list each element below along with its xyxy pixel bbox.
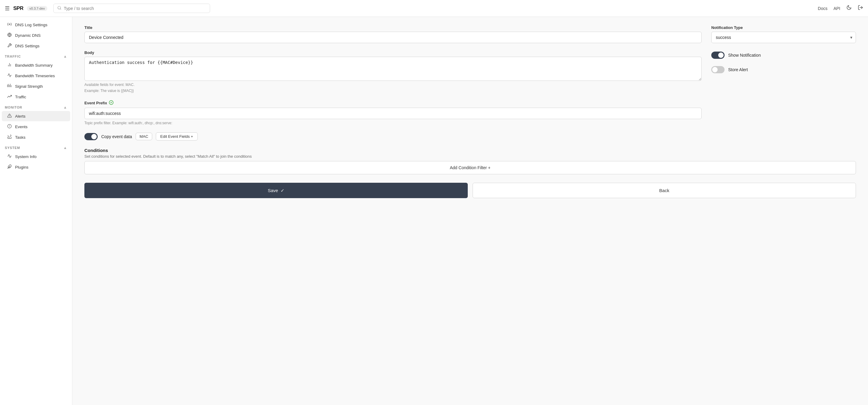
title-label: Title [84, 25, 702, 30]
back-button[interactable]: Back [472, 183, 856, 198]
system-chevron-icon[interactable]: ▲ [63, 146, 67, 150]
signal-strength-label: Signal Strength [15, 84, 43, 89]
sidebar-item-system-info[interactable]: System Info [2, 151, 70, 162]
dns-log-settings-icon [7, 22, 12, 27]
copy-event-data-slider [84, 133, 98, 140]
docs-link[interactable]: Docs [818, 6, 828, 11]
search-bar[interactable] [53, 4, 210, 13]
sidebar-item-bandwidth-timeseries[interactable]: Bandwidth Timeseries [2, 70, 70, 81]
search-icon [57, 6, 61, 11]
body-hint1: Available fields for event: MAC. [84, 83, 702, 87]
sidebar: DNS Log Settings Dynamic DNS DNS Setting… [0, 17, 72, 405]
api-link[interactable]: API [833, 6, 840, 11]
events-label: Events [15, 124, 27, 129]
app-logo: SPR [13, 5, 23, 11]
menu-icon[interactable]: ☰ [5, 5, 10, 12]
topnav: ☰ SPR v0.3.7-dev Docs API [0, 0, 868, 17]
svg-line-1 [60, 9, 61, 10]
store-alert-label: Store Alert [728, 67, 748, 72]
form-grid: Title Notification Type success info war… [84, 25, 856, 174]
topnav-right: Docs API [818, 5, 863, 12]
sidebar-item-alerts[interactable]: Alerts [2, 111, 70, 121]
event-prefix-right-spacer [711, 100, 856, 125]
signal-strength-icon [7, 84, 12, 89]
main-layout: DNS Log Settings Dynamic DNS DNS Setting… [0, 17, 868, 405]
show-notification-slider [711, 52, 724, 59]
main-content: Title Notification Type success info war… [72, 17, 868, 405]
event-prefix-hint: Topic prefix filter. Example: wifi:auth:… [84, 121, 702, 125]
app-version: v0.3.7-dev [27, 6, 47, 11]
traffic-chevron-icon[interactable]: ▲ [63, 54, 67, 58]
event-prefix-group: Event Prefix Topic prefix filter. Exampl… [84, 100, 702, 125]
title-input[interactable] [84, 32, 702, 43]
save-checkmark-icon: ✓ [281, 188, 284, 193]
store-alert-toggle[interactable] [711, 66, 724, 73]
sidebar-item-dynamic-dns[interactable]: Dynamic DNS [2, 30, 70, 40]
events-icon [7, 124, 12, 129]
show-notification-row: Show Notification [711, 50, 856, 60]
notification-type-select-wrapper: success info warning error ▾ [711, 32, 856, 43]
bandwidth-timeseries-icon [7, 73, 12, 79]
search-input[interactable] [64, 6, 206, 11]
copy-event-data-label: Copy event data [101, 134, 132, 139]
sidebar-item-traffic[interactable]: Traffic [2, 92, 70, 102]
bandwidth-timeseries-label: Bandwidth Timeseries [15, 74, 55, 78]
conditions-subtitle: Set conditions for selected event. Defau… [84, 154, 856, 158]
sidebar-item-dns-log-settings[interactable]: DNS Log Settings [2, 20, 70, 30]
sidebar-item-events[interactable]: Events [2, 121, 70, 132]
sidebar-item-bandwidth-summary[interactable]: Bandwidth Summary [2, 60, 70, 70]
notification-type-select[interactable]: success info warning error [711, 32, 856, 43]
dns-settings-label: DNS Settings [15, 44, 39, 48]
system-section-label: SYSTEM ▲ [0, 143, 72, 151]
show-notification-label: Show Notification [728, 53, 761, 58]
store-alert-row: Store Alert [711, 65, 856, 75]
edit-event-fields-button[interactable]: Edit Event Fields + [156, 133, 198, 141]
sidebar-item-plugins[interactable]: Plugins [2, 162, 70, 172]
tasks-icon [7, 135, 12, 140]
body-textarea[interactable]: Authentication success for {{MAC#Device}… [84, 57, 702, 81]
notification-type-group: Notification Type success info warning e… [711, 25, 856, 43]
dns-settings-icon [7, 43, 12, 49]
body-group: Body Authentication success for {{MAC#De… [84, 50, 702, 93]
store-alert-slider [711, 66, 724, 73]
copy-row-right-spacer [711, 133, 856, 141]
bandwidth-summary-label: Bandwidth Summary [15, 63, 53, 67]
title-group: Title [84, 25, 702, 43]
traffic-section-label: TRAFFIC ▲ [0, 51, 72, 60]
traffic-label: Traffic [15, 95, 26, 99]
save-button[interactable]: Save ✓ [84, 183, 468, 198]
plugins-label: Plugins [15, 165, 28, 170]
svg-point-3 [9, 24, 10, 25]
sidebar-item-tasks[interactable]: Tasks [2, 132, 70, 142]
event-prefix-check-icon [109, 100, 114, 106]
dns-log-settings-label: DNS Log Settings [15, 23, 47, 27]
add-condition-button[interactable]: Add Condition Filter + [84, 161, 856, 174]
conditions-title: Conditions [84, 148, 856, 153]
sidebar-item-signal-strength[interactable]: Signal Strength [2, 81, 70, 91]
event-prefix-input[interactable] [84, 108, 702, 119]
system-info-label: System Info [15, 154, 36, 159]
body-label: Body [84, 50, 702, 55]
bandwidth-summary-icon [7, 62, 12, 68]
dynamic-dns-icon [7, 33, 12, 38]
mac-tag[interactable]: MAC [135, 133, 152, 140]
alerts-icon [7, 113, 12, 119]
theme-toggle-icon[interactable] [846, 5, 852, 12]
monitor-chevron-icon[interactable]: ▲ [63, 105, 67, 110]
conditions-section: Conditions Set conditions for selected e… [84, 148, 856, 174]
footer-buttons: Save ✓ Back [84, 183, 856, 198]
sidebar-item-dns-settings[interactable]: DNS Settings [2, 41, 70, 51]
show-notification-toggle[interactable] [711, 52, 724, 59]
event-prefix-label: Event Prefix [84, 100, 702, 106]
dynamic-dns-label: Dynamic DNS [15, 33, 41, 38]
plugins-icon [7, 164, 12, 170]
monitor-section-label: MONITOR ▲ [0, 102, 72, 111]
alerts-label: Alerts [15, 114, 26, 118]
copy-event-data-toggle[interactable] [84, 133, 98, 140]
traffic-icon [7, 94, 12, 99]
body-hint2: Example: The value is {{MAC}} [84, 89, 702, 93]
copy-event-data-row: Copy event data MAC Edit Event Fields + [84, 133, 702, 141]
logout-icon[interactable] [858, 5, 863, 12]
system-info-icon [7, 154, 12, 159]
notification-type-label: Notification Type [711, 25, 856, 30]
